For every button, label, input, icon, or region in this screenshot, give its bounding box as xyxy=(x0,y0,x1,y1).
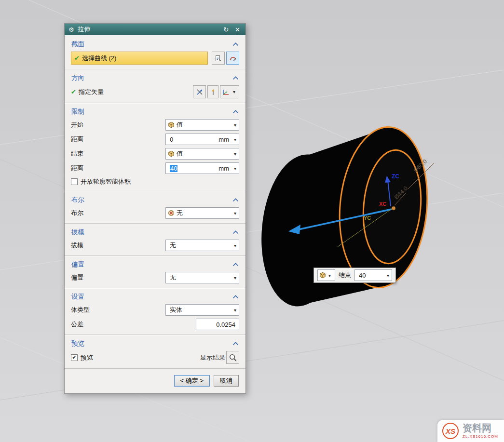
ok-button[interactable]: < 确定 > xyxy=(174,375,210,387)
sketch-curve-icon xyxy=(229,54,237,62)
show-result-label: 显示结果 xyxy=(200,353,225,362)
vector-dialog-icon xyxy=(196,88,204,96)
dropdown-arrow-icon: ▾ xyxy=(232,275,239,281)
curve-selection-text: 选择曲线 (2) xyxy=(82,54,117,63)
specify-vector-label: 指定矢量 xyxy=(79,88,191,96)
inferred-vector-button[interactable] xyxy=(207,85,218,98)
end-distance-input[interactable]: 40 mm ▾ xyxy=(165,162,239,174)
value-cube-icon xyxy=(319,272,326,279)
reset-button[interactable]: ↻ xyxy=(222,26,230,33)
sketch-section-button[interactable] xyxy=(226,52,239,65)
start-distance-input[interactable]: 0 mm ▾ xyxy=(165,134,239,145)
collapse-chevron-icon[interactable] xyxy=(232,230,239,234)
collapse-chevron-icon[interactable] xyxy=(232,342,239,346)
offset-label: 偏置 xyxy=(71,273,165,282)
tolerance-label: 公差 xyxy=(71,320,196,329)
body-type-label: 体类型 xyxy=(71,306,165,314)
end-distance-value: 40 xyxy=(357,272,384,279)
gear-icon: ⚙ xyxy=(68,26,74,33)
dropdown-arrow-icon: ▾ xyxy=(232,122,239,128)
section-header-settings: 设置 xyxy=(71,293,84,301)
yc-axis-label: YC xyxy=(364,215,371,221)
section-header-boolean: 布尔 xyxy=(71,196,84,204)
tolerance-value: 0.0254 xyxy=(216,321,235,328)
dropdown-arrow-icon: ▾ xyxy=(232,166,239,171)
body-type-value: 实体 xyxy=(168,306,232,314)
draft-dropdown[interactable]: 无 ▾ xyxy=(165,240,239,251)
start-type-value: 值 xyxy=(175,121,232,129)
section-header-offset: 偏置 xyxy=(71,260,84,269)
limit-type-dropdown[interactable]: ▾ xyxy=(317,269,335,281)
dropdown-arrow-icon: ▾ xyxy=(384,273,392,278)
boolean-label: 布尔 xyxy=(71,209,165,217)
watermark-site-url: ZL.XS1616.COM xyxy=(463,434,498,439)
start-label: 开始 xyxy=(71,121,165,129)
watermark: XS 资料网 ZL.XS1616.COM xyxy=(437,420,504,442)
check-icon: ✔ xyxy=(71,88,76,95)
dropdown-arrow-icon: ▾ xyxy=(231,89,238,94)
dropdown-arrow-icon: ▾ xyxy=(232,137,239,142)
curve-rule-button[interactable] xyxy=(212,52,225,65)
start-distance-label: 距离 xyxy=(71,135,165,144)
show-result-button[interactable] xyxy=(226,351,239,364)
offset-value: 无 xyxy=(168,273,232,282)
boolean-none-icon xyxy=(168,210,175,216)
start-type-dropdown[interactable]: 值 ▾ xyxy=(165,119,239,131)
draft-label: 拔模 xyxy=(71,241,165,250)
vector-dialog-button[interactable] xyxy=(193,85,206,98)
start-distance-value: 0 xyxy=(168,136,218,143)
preview-label: 预览 xyxy=(81,353,200,362)
dropdown-arrow-icon: ▾ xyxy=(326,273,333,278)
magnifier-icon xyxy=(229,353,237,362)
inferred-vector-icon xyxy=(210,88,216,96)
collapse-chevron-icon[interactable] xyxy=(232,42,239,46)
tolerance-input[interactable]: 0.0254 xyxy=(196,319,239,330)
dialog-titlebar[interactable]: ⚙ 拉伸 ↻ ✕ xyxy=(65,24,245,35)
start-distance-unit: mm xyxy=(218,136,232,143)
onscreen-extrude-toolbar: ▾ 结束 40 ▾ xyxy=(313,268,396,283)
cancel-button[interactable]: 取消 xyxy=(214,375,239,387)
curve-selection-field[interactable]: ✔ 选择曲线 (2) xyxy=(71,52,208,65)
collapse-chevron-icon[interactable] xyxy=(232,110,239,114)
check-icon: ✔ xyxy=(74,54,80,62)
value-cube-icon xyxy=(168,150,175,157)
origin-handle[interactable] xyxy=(392,206,395,210)
dropdown-arrow-icon: ▾ xyxy=(232,243,239,248)
zc-axis-label: ZC xyxy=(392,173,399,180)
end-label: 结束 xyxy=(71,149,165,158)
draft-value: 无 xyxy=(168,241,232,250)
preview-checkbox[interactable]: ✔ xyxy=(71,354,78,361)
end-label: 结束 xyxy=(339,271,351,280)
dropdown-arrow-icon: ▾ xyxy=(232,308,239,313)
end-type-dropdown[interactable]: 值 ▾ xyxy=(165,148,239,160)
section-header-preview: 预览 xyxy=(71,339,84,348)
collapse-chevron-icon[interactable] xyxy=(232,76,239,80)
end-distance-value: 40 xyxy=(170,165,177,172)
xc-axis-label: XC xyxy=(379,201,386,207)
close-button[interactable]: ✕ xyxy=(233,26,242,33)
offset-dropdown[interactable]: 无 ▾ xyxy=(165,272,239,283)
end-distance-input[interactable]: 40 ▾ xyxy=(354,269,392,281)
collapse-chevron-icon[interactable] xyxy=(232,263,239,267)
dropdown-arrow-icon: ▾ xyxy=(232,151,239,157)
section-header-direction: 方向 xyxy=(71,74,84,82)
boolean-dropdown[interactable]: 无 ▾ xyxy=(165,207,239,219)
curve-rule-icon xyxy=(215,54,222,62)
body-type-dropdown[interactable]: 实体 ▾ xyxy=(165,304,239,316)
watermark-site-name: 资料网 xyxy=(463,423,498,433)
collapse-chevron-icon[interactable] xyxy=(232,295,239,299)
axis-triad-icon xyxy=(221,88,230,96)
dropdown-arrow-icon: ▾ xyxy=(232,211,239,216)
dialog-title: 拉伸 xyxy=(78,25,90,34)
end-distance-label: 距离 xyxy=(71,164,165,173)
section-header-section: 截面 xyxy=(71,40,84,49)
open-profile-label: 开放轮廓智能体积 xyxy=(81,177,239,186)
end-type-value: 值 xyxy=(175,149,232,158)
vector-type-dropdown[interactable]: ▾ xyxy=(220,85,239,98)
section-header-draft: 拔模 xyxy=(71,228,84,237)
watermark-logo: XS xyxy=(442,423,459,439)
collapse-chevron-icon[interactable] xyxy=(232,198,239,202)
boolean-value: 无 xyxy=(175,209,232,217)
open-profile-checkbox[interactable] xyxy=(71,178,78,185)
section-header-limits: 限制 xyxy=(71,107,84,116)
